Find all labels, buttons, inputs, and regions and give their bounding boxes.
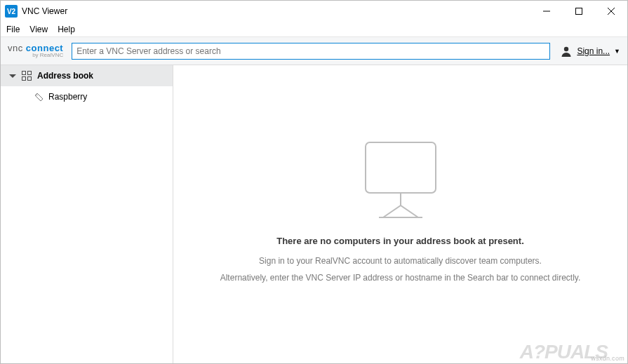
menubar: File View Help <box>1 22 627 37</box>
logo: vnc connect by RealVNC <box>8 43 66 58</box>
svg-rect-1 <box>576 8 582 15</box>
signin-button[interactable]: Sign in... ▼ <box>556 45 620 58</box>
close-icon <box>608 8 615 15</box>
address-book-icon <box>22 71 32 81</box>
sidebar: Address book Raspberry <box>1 65 173 363</box>
svg-point-4 <box>564 46 568 50</box>
logo-sub: by RealVNC <box>8 53 63 58</box>
address-search-input[interactable] <box>72 43 550 60</box>
empty-hint-1: Sign in to your RealVNC account to autom… <box>259 256 542 266</box>
app-window: V2 VNC Viewer File View Help vnc connect… <box>0 0 628 364</box>
sidebar-item-label: Raspberry <box>48 92 87 102</box>
tag-icon <box>34 93 43 101</box>
svg-rect-6 <box>366 142 436 193</box>
menu-view[interactable]: View <box>29 25 48 34</box>
app-icon: V2 <box>5 5 18 18</box>
chevron-down-icon: ▼ <box>614 48 620 55</box>
menu-help[interactable]: Help <box>58 25 75 34</box>
main-empty-state: There are no computers in your address b… <box>173 65 627 363</box>
signin-label: Sign in... <box>577 46 610 56</box>
monitor-icon <box>355 139 446 223</box>
collapse-icon <box>9 74 16 78</box>
toolbar: vnc connect by RealVNC Sign in... ▼ <box>1 37 627 65</box>
window-title: VNC Viewer <box>22 6 67 16</box>
sidebar-root-address-book[interactable]: Address book <box>1 65 173 86</box>
minimize-button[interactable] <box>530 1 563 22</box>
user-icon <box>560 45 573 58</box>
sidebar-item-raspberry[interactable]: Raspberry <box>1 86 173 107</box>
sidebar-root-label: Address book <box>37 71 93 81</box>
empty-hint-2: Alternatively, enter the VNC Server IP a… <box>220 273 581 283</box>
svg-point-5 <box>36 95 38 96</box>
titlebar: V2 VNC Viewer <box>1 1 627 22</box>
empty-headline: There are no computers in your address b… <box>276 236 524 246</box>
menu-file[interactable]: File <box>6 25 20 34</box>
close-button[interactable] <box>595 1 627 22</box>
body: Address book Raspberry There are no co <box>1 65 627 363</box>
minimize-icon <box>543 8 550 15</box>
source-watermark: wsxdn.com <box>591 355 624 362</box>
maximize-button[interactable] <box>563 1 595 22</box>
maximize-icon <box>575 8 582 15</box>
